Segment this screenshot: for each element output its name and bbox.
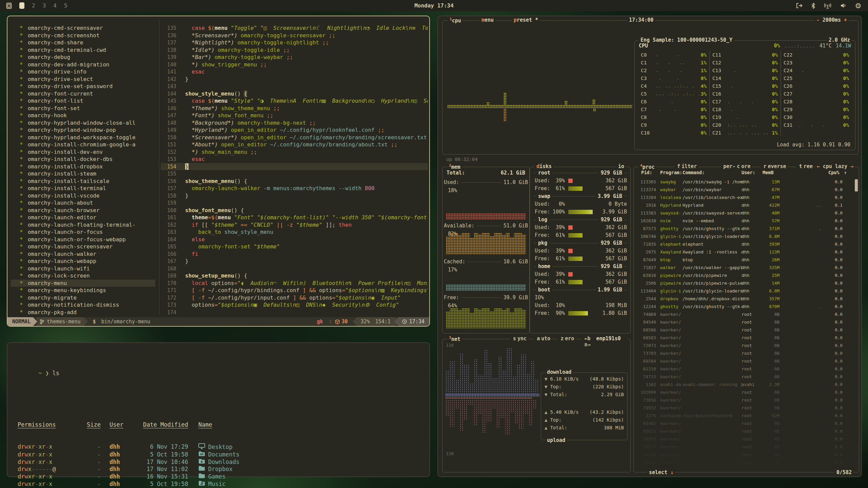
proc-percore-button[interactable]: per-core [722, 163, 752, 169]
proc-filter-button[interactable]: filter [674, 163, 698, 169]
code-line[interactable]: 154} [161, 163, 428, 170]
process-row[interactable]: 95673kworker/root0B0.0 [636, 427, 854, 435]
file-tree-item[interactable]: *omarchy-launch-screensaver [11, 243, 155, 250]
file-tree-item[interactable]: *omarchy-font-list [11, 97, 155, 105]
process-row[interactable]: 1916HyprlandHyprlanddhh422M..0.1 [636, 201, 854, 209]
code-line[interactable]: 168 [161, 265, 428, 272]
process-row[interactable]: 113383swayosd-/usr/bin/swayosd-serverdhh… [636, 209, 854, 217]
file-tree-item[interactable]: *omarchy-launch-wifi [11, 265, 155, 272]
file-tree-item[interactable]: *omarchy-launch-webapp [11, 258, 155, 265]
code-line[interactable]: 160show_font_menu() { [161, 207, 428, 214]
process-row[interactable]: 72073kworker/root0B0.0 [636, 342, 854, 349]
apps-icon[interactable] [6, 2, 12, 9]
file-tree-item[interactable]: *omarchy-install-docker-dbs [11, 156, 155, 163]
net-zero-button[interactable]: zero [558, 336, 575, 348]
file-tree-item[interactable]: *omarchy-hyprland-window-pop [11, 126, 155, 134]
file-tree-item[interactable]: *omarchy-drive-set-password [11, 83, 155, 90]
wifi-icon[interactable] [824, 3, 831, 9]
update-interval[interactable]: - 2000ms + [815, 17, 849, 23]
net-interface[interactable]: ←b enp191s0 n→ [581, 336, 628, 348]
process-row[interactable]: 74869kworker/root0B0.0 [636, 310, 854, 318]
code-line[interactable]: 135 case $(menu "Toggle" "◫ Screensaver\… [161, 24, 428, 32]
workspace-2[interactable]: 2 [32, 2, 35, 9]
proc-select-hint[interactable]: select ↓ [647, 469, 675, 475]
file-tree-item[interactable]: *omarchy-launch-or-focus [11, 228, 155, 236]
process-row[interactable]: 93688kworker/root0B0.0 [636, 451, 854, 459]
code-line[interactable]: 158} [161, 192, 428, 200]
code-line[interactable]: 144show_style_menu() { [161, 90, 428, 98]
code-line[interactable]: 147 *Font*) show_font_menu ;; [161, 112, 428, 119]
process-row[interactable]: 71835elephantelephantdhh393M0.0 [636, 240, 854, 248]
code-line[interactable]: 165 omarchy-font-set "$theme" [161, 243, 428, 250]
code-line[interactable]: 149 *Hyprland*) open_in_editor ~/.config… [161, 126, 428, 134]
logout-icon[interactable] [796, 3, 803, 8]
process-row[interactable]: 87649btopbtopdhh26M0.0 [636, 256, 854, 264]
code-line[interactable]: 143 [161, 83, 428, 90]
proc-sort-selector[interactable]: ← cpu lazy → [815, 163, 855, 169]
file-tree-item[interactable]: *omarchy-drive-select [11, 76, 155, 83]
file-tree-item[interactable]: *omarchy-hook [11, 112, 155, 119]
file-tree-item[interactable]: *omarchy-debug [11, 54, 155, 61]
code-line[interactable]: 139 *Bar*) omarchy-toggle-waybar ;; [161, 54, 428, 61]
process-row[interactable]: 63816pipewire/usr/bin/pipewiredhh25M0.0 [636, 271, 854, 279]
process-row[interactable]: 113365swaybg/usr/bin/swaybg -i /homdhh13… [636, 178, 854, 186]
code-line[interactable]: 174 [161, 309, 428, 316]
process-row[interactable]: 106746glycin-i/usr/lib/glycin-loadersdhh… [636, 232, 854, 240]
file-tree-item[interactable]: *omarchy-hyprland-window-close-all [11, 119, 155, 127]
file-tree-item[interactable]: *omarchy-cmd-share [11, 39, 155, 46]
file-tree-item[interactable]: *omarchy-cmd-terminal-cwd [11, 46, 155, 54]
code-line[interactable]: 159 [161, 199, 428, 207]
process-row[interactable]: 102099kworker/root0B0.0 [636, 388, 854, 396]
code-line[interactable]: 171 [ -f ~/.config/hypr/bindings.conf ] … [161, 287, 428, 294]
process-row[interactable]: 68482kworker/root0B0.0 [636, 420, 854, 427]
code-line[interactable]: 172 [ -f ~/.config/hypr/input.conf ] && … [161, 294, 428, 302]
file-tree-item[interactable]: *omarchy-menu [11, 280, 155, 287]
process-row[interactable]: 87573ghostty/usr/bin/ghostty --gtk-dhh37… [636, 225, 854, 232]
code-line[interactable]: 166 fi [161, 250, 428, 258]
file-tree-item[interactable]: *omarchy-drive-info [11, 68, 155, 76]
process-list[interactable]: 113365swaybg/usr/bin/swaybg -i /homdhh13… [636, 178, 854, 470]
mem-box-title[interactable]: 2mem [447, 163, 462, 170]
file-tree-item[interactable]: *omarchy-launch-floating-terminal- [11, 221, 155, 229]
code-line[interactable]: 148 *Background*) omarchy-theme-bg-next … [161, 119, 428, 127]
file-tree-item[interactable]: *omarchy-hyprland-workspace-toggle [11, 134, 155, 141]
file-tree-item[interactable]: *omarchy-font-set [11, 105, 155, 112]
workspace-4[interactable]: 4 [53, 2, 57, 9]
process-row[interactable]: 76375kworker/root0B0.0 [636, 435, 854, 443]
file-tree-item[interactable]: *omarchy-notification-dismiss [11, 301, 155, 309]
process-row[interactable]: 113284localsea/usr/lib/localsearch-exdhh… [636, 194, 854, 201]
preset-button[interactable]: preset * [512, 17, 540, 23]
proc-scrollbar[interactable] [855, 179, 858, 191]
file-tree-item[interactable]: *omarchy-cmd-screenshot [11, 32, 155, 39]
process-row[interactable]: 1162avahi-daavahi-daemon: running [avahi… [636, 381, 854, 388]
process-row[interactable]: 74733kworker/root0B0.0 [636, 373, 854, 381]
net-box-title[interactable]: 3net [447, 336, 462, 342]
code-line[interactable]: 170 local options="◖ Audio\n◠ Wifi\nᛒ Bl… [161, 280, 428, 287]
process-row[interactable]: 2075XwaylandXwayland :1 -rootless -dhh11… [636, 248, 854, 256]
file-tree-item[interactable]: *omarchy-cmd-screensaver [11, 24, 155, 32]
file-tree-item[interactable]: *omarchy-install-vscode [11, 192, 155, 200]
file-tree-item[interactable]: *omarchy-menu-keybindings [11, 287, 155, 294]
proc-box-title[interactable]: 4proc [638, 163, 656, 170]
terminal-window[interactable]: ~ ❯ ls PermissionsSizeUserDate ModifiedN… [7, 342, 430, 477]
code-line[interactable]: 136 *Screensaver*) omarchy-toggle-screen… [161, 32, 428, 39]
process-row[interactable]: 79932kworker/root0B0.0 [636, 404, 854, 412]
file-tree-item[interactable]: *omarchy-pkg-add [11, 309, 155, 316]
menu-button[interactable]: menu [480, 17, 495, 23]
process-row[interactable]: 76378kworker/root0B0.0 [636, 459, 854, 466]
file-tree-item[interactable]: *omarchy-install-dev-env [11, 148, 155, 156]
process-row[interactable]: 76377kworker/root0B0.0 [636, 443, 854, 451]
process-row[interactable]: 2506pipewire/usr/bin/pipewire-pulsedhh14… [636, 279, 854, 287]
code-line[interactable]: 157 omarchy-launch-walker -m menus:omarc… [161, 185, 428, 192]
file-tree-item[interactable]: *omarchy-font-current [11, 90, 155, 98]
process-row[interactable]: 102638nvimnvim --embeddhh57M0.0 [636, 217, 854, 225]
chip-icon[interactable] [855, 3, 861, 9]
file-tree-item[interactable]: *omarchy-install-chromium-google-a [11, 141, 155, 148]
file-tree-item[interactable]: *omarchy-lock-screen [11, 272, 155, 280]
code-line[interactable]: 163 back_to show_style_menu [161, 228, 428, 236]
file-tree-item[interactable]: *omarchy-migrate [11, 294, 155, 302]
code-editor[interactable]: 135 case $(menu "Toggle" "◫ Screensaver\… [161, 24, 428, 316]
proc-tree-button[interactable]: tree [796, 163, 814, 169]
code-line[interactable]: 167} [161, 258, 428, 265]
workspace-5[interactable]: 5 [64, 2, 67, 9]
